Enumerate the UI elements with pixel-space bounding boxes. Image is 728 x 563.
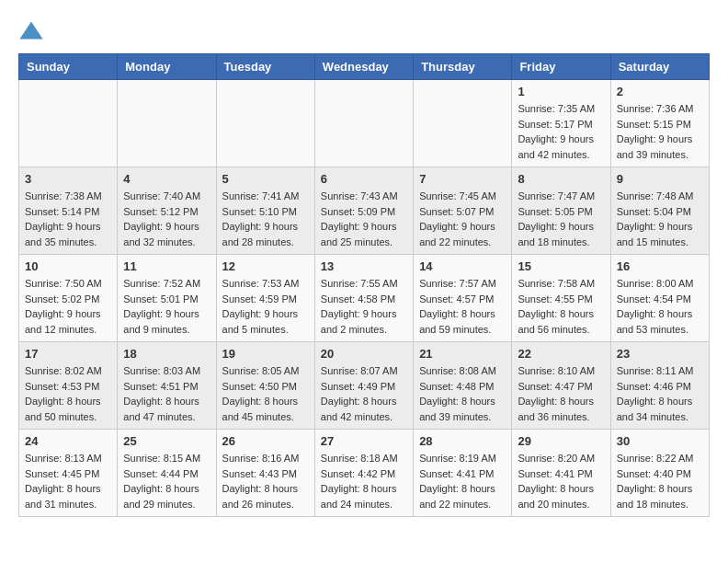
- day-number: 15: [518, 259, 604, 273]
- day-info: Sunrise: 7:55 AMSunset: 4:58 PMDaylight:…: [321, 276, 407, 337]
- day-cell: 15Sunrise: 7:58 AMSunset: 4:55 PMDayligh…: [512, 255, 610, 342]
- day-info: Sunrise: 8:08 AMSunset: 4:48 PMDaylight:…: [419, 363, 506, 424]
- day-cell: 27Sunrise: 8:18 AMSunset: 4:42 PMDayligh…: [314, 430, 413, 517]
- day-cell: 12Sunrise: 7:53 AMSunset: 4:59 PMDayligh…: [216, 255, 314, 342]
- day-number: 16: [617, 259, 703, 273]
- day-number: 4: [123, 172, 210, 186]
- header-cell-saturday: Saturday: [610, 54, 709, 80]
- day-cell: 1Sunrise: 7:35 AMSunset: 5:17 PMDaylight…: [512, 80, 610, 167]
- day-cell: 7Sunrise: 7:45 AMSunset: 5:07 PMDaylight…: [414, 167, 512, 255]
- day-number: 2: [617, 85, 703, 98]
- day-info: Sunrise: 7:35 AMSunset: 5:17 PMDaylight:…: [518, 101, 604, 162]
- day-cell: 26Sunrise: 8:16 AMSunset: 4:43 PMDayligh…: [216, 430, 314, 517]
- day-number: 6: [321, 172, 407, 186]
- day-info: Sunrise: 7:38 AMSunset: 5:14 PMDaylight:…: [25, 189, 111, 249]
- day-cell: 18Sunrise: 8:03 AMSunset: 4:51 PMDayligh…: [118, 342, 216, 430]
- header-row: SundayMondayTuesdayWednesdayThursdayFrid…: [19, 54, 710, 80]
- day-info: Sunrise: 7:43 AMSunset: 5:09 PMDaylight:…: [321, 189, 407, 249]
- day-cell: 5Sunrise: 7:41 AMSunset: 5:10 PMDaylight…: [216, 167, 314, 255]
- day-cell: 6Sunrise: 7:43 AMSunset: 5:09 PMDaylight…: [314, 167, 413, 255]
- day-info: Sunrise: 8:20 AMSunset: 4:41 PMDaylight:…: [518, 451, 604, 511]
- day-cell: 9Sunrise: 7:48 AMSunset: 5:04 PMDaylight…: [610, 167, 709, 255]
- day-info: Sunrise: 7:36 AMSunset: 5:15 PMDaylight:…: [617, 101, 703, 162]
- day-number: 30: [617, 434, 703, 448]
- day-cell: 10Sunrise: 7:50 AMSunset: 5:02 PMDayligh…: [19, 255, 118, 342]
- day-number: 28: [419, 434, 506, 448]
- day-cell: 2Sunrise: 7:36 AMSunset: 5:15 PMDaylight…: [610, 80, 709, 167]
- day-info: Sunrise: 8:07 AMSunset: 4:49 PMDaylight:…: [321, 363, 407, 424]
- day-info: Sunrise: 8:18 AMSunset: 4:42 PMDaylight:…: [321, 451, 407, 511]
- day-number: 12: [222, 259, 309, 273]
- header-cell-wednesday: Wednesday: [314, 54, 413, 80]
- day-cell: 29Sunrise: 8:20 AMSunset: 4:41 PMDayligh…: [512, 430, 610, 517]
- day-number: 22: [518, 347, 604, 361]
- day-number: 21: [419, 347, 506, 361]
- day-info: Sunrise: 7:40 AMSunset: 5:12 PMDaylight:…: [123, 189, 210, 249]
- day-number: 17: [25, 347, 111, 361]
- svg-marker-0: [19, 22, 42, 40]
- day-cell: 4Sunrise: 7:40 AMSunset: 5:12 PMDaylight…: [118, 167, 216, 255]
- day-info: Sunrise: 8:22 AMSunset: 4:40 PMDaylight:…: [617, 451, 703, 511]
- day-info: Sunrise: 8:10 AMSunset: 4:47 PMDaylight:…: [518, 363, 604, 424]
- day-cell: 28Sunrise: 8:19 AMSunset: 4:41 PMDayligh…: [414, 430, 512, 517]
- day-info: Sunrise: 7:41 AMSunset: 5:10 PMDaylight:…: [222, 189, 309, 249]
- day-number: 26: [222, 434, 309, 448]
- day-info: Sunrise: 8:19 AMSunset: 4:41 PMDaylight:…: [419, 451, 506, 511]
- day-cell: 14Sunrise: 7:57 AMSunset: 4:57 PMDayligh…: [414, 255, 512, 342]
- day-cell: [414, 80, 512, 167]
- day-number: 25: [123, 434, 210, 448]
- week-row-2: 3Sunrise: 7:38 AMSunset: 5:14 PMDaylight…: [19, 167, 710, 255]
- day-info: Sunrise: 7:53 AMSunset: 4:59 PMDaylight:…: [222, 276, 309, 337]
- week-row-1: 1Sunrise: 7:35 AMSunset: 5:17 PMDaylight…: [19, 80, 710, 167]
- day-cell: 17Sunrise: 8:02 AMSunset: 4:53 PMDayligh…: [19, 342, 118, 430]
- day-cell: 22Sunrise: 8:10 AMSunset: 4:47 PMDayligh…: [512, 342, 610, 430]
- calendar-table: SundayMondayTuesdayWednesdayThursdayFrid…: [18, 53, 710, 517]
- day-number: 24: [25, 434, 111, 448]
- day-cell: 25Sunrise: 8:15 AMSunset: 4:44 PMDayligh…: [118, 430, 216, 517]
- day-cell: 21Sunrise: 8:08 AMSunset: 4:48 PMDayligh…: [414, 342, 512, 430]
- day-cell: 20Sunrise: 8:07 AMSunset: 4:49 PMDayligh…: [314, 342, 413, 430]
- day-number: 3: [25, 172, 111, 186]
- day-info: Sunrise: 7:50 AMSunset: 5:02 PMDaylight:…: [25, 276, 111, 337]
- day-number: 29: [518, 434, 604, 448]
- day-number: 10: [25, 259, 111, 273]
- day-number: 11: [123, 259, 210, 273]
- day-number: 5: [222, 172, 309, 186]
- header-cell-monday: Monday: [118, 54, 216, 80]
- week-row-4: 17Sunrise: 8:02 AMSunset: 4:53 PMDayligh…: [19, 342, 710, 430]
- day-number: 13: [321, 259, 407, 273]
- day-number: 7: [419, 172, 506, 186]
- day-number: 9: [617, 172, 703, 186]
- header-cell-sunday: Sunday: [19, 54, 118, 80]
- week-row-3: 10Sunrise: 7:50 AMSunset: 5:02 PMDayligh…: [19, 255, 710, 342]
- day-cell: 23Sunrise: 8:11 AMSunset: 4:46 PMDayligh…: [610, 342, 709, 430]
- day-info: Sunrise: 8:00 AMSunset: 4:54 PMDaylight:…: [617, 276, 703, 337]
- day-info: Sunrise: 8:13 AMSunset: 4:45 PMDaylight:…: [25, 451, 111, 511]
- week-row-5: 24Sunrise: 8:13 AMSunset: 4:45 PMDayligh…: [19, 430, 710, 517]
- day-number: 27: [321, 434, 407, 448]
- day-number: 23: [617, 347, 703, 361]
- logo: [18, 18, 48, 44]
- day-cell: 3Sunrise: 7:38 AMSunset: 5:14 PMDaylight…: [19, 167, 118, 255]
- day-cell: [314, 80, 413, 167]
- day-cell: [216, 80, 314, 167]
- day-info: Sunrise: 8:16 AMSunset: 4:43 PMDaylight:…: [222, 451, 309, 511]
- day-info: Sunrise: 7:45 AMSunset: 5:07 PMDaylight:…: [419, 189, 506, 249]
- day-cell: 24Sunrise: 8:13 AMSunset: 4:45 PMDayligh…: [19, 430, 118, 517]
- logo-icon: [18, 18, 44, 44]
- header-cell-thursday: Thursday: [414, 54, 512, 80]
- day-cell: [118, 80, 216, 167]
- day-cell: 16Sunrise: 8:00 AMSunset: 4:54 PMDayligh…: [610, 255, 709, 342]
- day-info: Sunrise: 8:02 AMSunset: 4:53 PMDaylight:…: [25, 363, 111, 424]
- day-info: Sunrise: 8:03 AMSunset: 4:51 PMDaylight:…: [123, 363, 210, 424]
- day-info: Sunrise: 8:11 AMSunset: 4:46 PMDaylight:…: [617, 363, 703, 424]
- day-number: 8: [518, 172, 604, 186]
- day-number: 1: [518, 85, 604, 98]
- day-info: Sunrise: 8:05 AMSunset: 4:50 PMDaylight:…: [222, 363, 309, 424]
- header-cell-tuesday: Tuesday: [216, 54, 314, 80]
- day-info: Sunrise: 7:52 AMSunset: 5:01 PMDaylight:…: [123, 276, 210, 337]
- header-cell-friday: Friday: [512, 54, 610, 80]
- day-number: 20: [321, 347, 407, 361]
- day-cell: 30Sunrise: 8:22 AMSunset: 4:40 PMDayligh…: [610, 430, 709, 517]
- day-cell: 19Sunrise: 8:05 AMSunset: 4:50 PMDayligh…: [216, 342, 314, 430]
